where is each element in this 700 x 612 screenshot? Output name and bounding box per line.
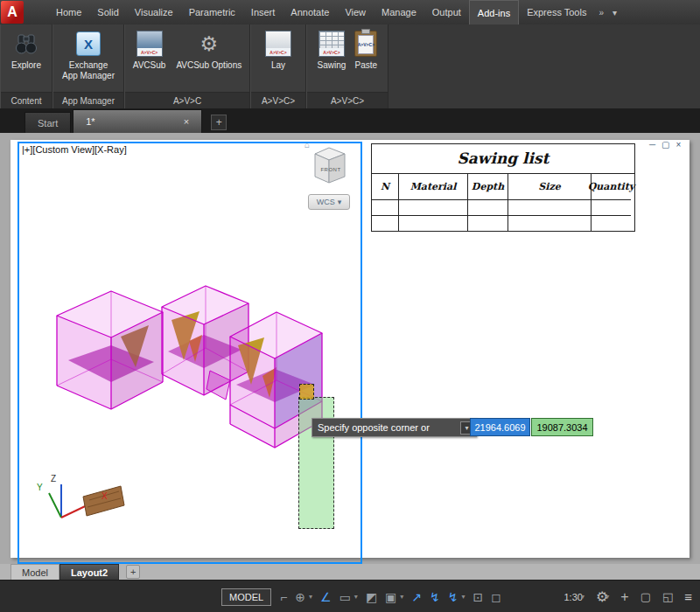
tab-add-ins[interactable]: Add-ins xyxy=(469,0,519,24)
tab-view[interactable]: View xyxy=(337,0,374,24)
annotation-scale-button[interactable]: 1:30 ▾ xyxy=(564,592,584,602)
tab-express-tools[interactable]: Express Tools xyxy=(519,0,594,24)
chevron-down-icon[interactable]: ▾ xyxy=(462,593,466,601)
isolate-objects-icon[interactable]: ▢ xyxy=(640,590,651,603)
tab-output[interactable]: Output xyxy=(424,0,469,24)
tab-model[interactable]: Model xyxy=(10,564,60,580)
chevron-down-icon[interactable]: ▾ xyxy=(354,593,358,601)
sawing-icon: A>V>C> xyxy=(318,31,345,57)
ucs-z-label: Z xyxy=(51,474,56,483)
new-drawing-button[interactable]: + xyxy=(211,115,227,130)
column-header-size: Size xyxy=(508,174,592,200)
lock-icon[interactable]: ⊡ xyxy=(473,591,484,603)
chevron-down-icon[interactable]: ▾ xyxy=(309,593,312,601)
ribbon: Explore Content X Exchange App Manager A… xyxy=(0,24,700,108)
file-tab-drawing-label: 1* xyxy=(86,116,94,127)
add-status-item-icon[interactable]: + xyxy=(620,589,628,605)
exchange-app-manager-button[interactable]: X Exchange App Manager xyxy=(60,29,117,81)
panel-label-avc-sawing[interactable]: A>V>C> xyxy=(307,92,388,108)
restore-icon[interactable]: ▢ xyxy=(662,140,669,150)
chevron-down-icon: ▾ xyxy=(338,198,342,206)
snap-tracking-icon[interactable]: ↗ xyxy=(411,591,422,603)
autoscale-icon[interactable]: ↯ xyxy=(448,591,458,603)
column-header-quantity: Quantity xyxy=(592,174,631,200)
object-snap-icon[interactable]: ▣ xyxy=(385,591,396,603)
exchange-icon: X xyxy=(76,31,101,56)
close-tab-icon[interactable]: × xyxy=(184,116,189,127)
cursor-pickbox xyxy=(299,384,314,400)
avcsub-options-button[interactable]: ⚙ AVCSub Options xyxy=(173,29,244,71)
table-cell xyxy=(372,200,399,216)
tab-parametric[interactable]: Parametric xyxy=(181,0,243,24)
exchange-label-line2: App Manager xyxy=(62,71,115,80)
panel-label-app-manager[interactable]: App Manager xyxy=(53,92,123,108)
sawing-list-title: Sawing list xyxy=(372,144,634,174)
status-bar: MODEL ⌐ ⊕ ▾ ∠ ▭ ▾ ◩ ▣ ▾ ↗ ↯ ↯ ▾ ⊡ ◻ 1:30… xyxy=(0,580,700,612)
tab-manage[interactable]: Manage xyxy=(374,0,424,24)
table-cell xyxy=(468,200,508,216)
viewcube[interactable]: ⌂ FRONT xyxy=(304,142,355,191)
table-cell xyxy=(399,200,468,216)
ribbon-panel-avc-sawing: A>V>C> Sawing A>V>C> Paste A>V>C> xyxy=(306,24,388,108)
tab-insert[interactable]: Insert xyxy=(243,0,284,24)
title-bar: A Home Solid Visualize Parametric Insert… xyxy=(0,0,700,24)
ortho-mode-icon[interactable]: ▭ xyxy=(340,591,351,603)
panel-label-avc[interactable]: A>V>C xyxy=(125,92,249,108)
customization-gear-icon[interactable]: ⚙ ▾ xyxy=(596,588,609,605)
lay-button[interactable]: A>V>C> Lay xyxy=(262,29,294,71)
table-cell xyxy=(508,216,592,231)
tab-visualize[interactable]: Visualize xyxy=(127,0,181,24)
sawing-list-table: Sawing list N Material Depth Size Quanti… xyxy=(371,143,635,232)
layout-tab-bar: Model Layout2 + xyxy=(0,564,700,580)
paste-icon: A>V>C> xyxy=(354,31,377,57)
annotation-monitor-icon[interactable]: ◻ xyxy=(491,591,501,603)
table-cell xyxy=(372,216,399,231)
snap-mode-icon[interactable]: ⌐ xyxy=(280,591,287,603)
dynamic-input-x-field[interactable]: 21964.6069 xyxy=(470,418,530,436)
drawing-window-controls: ─ ▢ × xyxy=(649,140,681,150)
clean-screen-icon[interactable]: ◱ xyxy=(662,590,673,603)
avcsub-icon: A>V>C> xyxy=(136,31,163,57)
paste-button[interactable]: A>V>C> Paste xyxy=(352,29,380,71)
viewcube-front-face[interactable]: FRONT xyxy=(318,167,344,172)
ribbon-overflow-icon[interactable]: » xyxy=(594,0,608,24)
autocad-logo-icon[interactable]: A xyxy=(1,1,24,24)
new-layout-button[interactable]: + xyxy=(126,565,140,579)
selection-window xyxy=(298,397,334,529)
ucs-x-label: X xyxy=(102,491,108,501)
file-tab-drawing[interactable]: 1* × xyxy=(73,109,202,133)
gear-icon: ⚙ xyxy=(200,34,218,54)
file-tab-start[interactable]: Start xyxy=(24,112,71,133)
close-icon[interactable]: × xyxy=(676,140,682,150)
ribbon-panel-app-manager: X Exchange App Manager App Manager xyxy=(52,24,124,108)
tab-layout2[interactable]: Layout2 xyxy=(60,564,119,580)
annotation-visibility-icon[interactable]: ↯ xyxy=(430,591,440,603)
tab-annotate[interactable]: Annotate xyxy=(283,0,337,24)
drawing-area[interactable]: |+][Custom View][X-Ray] ⌂ FRONT WCS ▾ ─ … xyxy=(0,133,700,564)
grid-display-icon[interactable]: ⊕ xyxy=(295,591,305,603)
panel-label-content[interactable]: Content xyxy=(1,92,52,108)
status-bar-menu-icon[interactable]: ≡ xyxy=(684,589,692,604)
minimize-icon[interactable]: ─ xyxy=(649,140,655,150)
viewcube-home-icon[interactable]: ⌂ xyxy=(304,140,310,150)
column-header-material: Material xyxy=(399,174,468,200)
explore-button[interactable]: Explore xyxy=(9,29,44,71)
tab-solid[interactable]: Solid xyxy=(89,0,126,24)
polar-tracking-icon[interactable]: ∠ xyxy=(320,591,332,603)
dynamic-input-y-field[interactable]: 19087.3034 xyxy=(531,418,593,436)
tab-home[interactable]: Home xyxy=(48,0,89,24)
wcs-dropdown[interactable]: WCS ▾ xyxy=(308,194,350,210)
isodraft-icon[interactable]: ◩ xyxy=(366,591,377,603)
chevron-down-icon[interactable]: ▾ xyxy=(400,593,403,601)
ucs-y-label: Y xyxy=(37,483,43,492)
panel-label-avc-lay[interactable]: A>V>C> xyxy=(251,92,305,108)
model-space-button[interactable]: MODEL xyxy=(221,588,271,606)
avcsub-button[interactable]: A>V>C> AVCSub xyxy=(130,29,169,71)
ribbon-collapse-icon[interactable]: ▾ xyxy=(608,0,621,24)
table-cell xyxy=(468,216,508,231)
table-cell xyxy=(592,200,631,216)
sawing-button[interactable]: A>V>C> Sawing xyxy=(315,29,349,71)
exchange-label-line1: Exchange xyxy=(69,60,108,70)
table-cell xyxy=(399,216,468,231)
viewport-controls-label[interactable]: |+][Custom View][X-Ray] xyxy=(22,144,127,155)
